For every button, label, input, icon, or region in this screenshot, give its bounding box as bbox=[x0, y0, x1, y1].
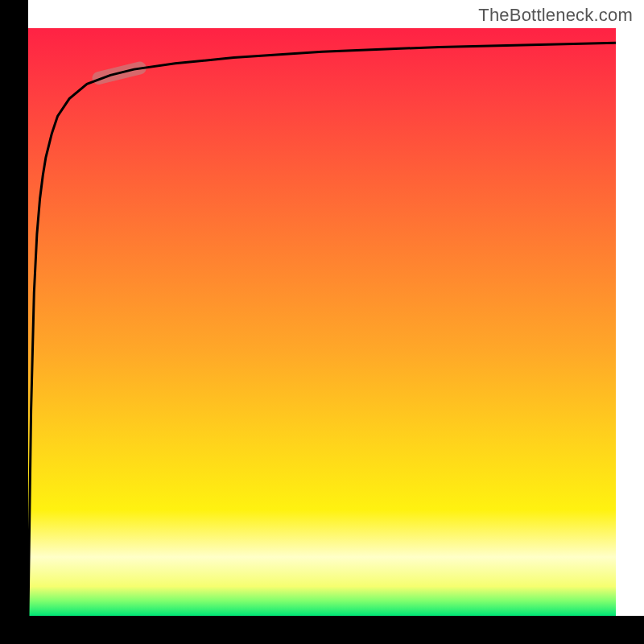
chart-container: TheBottleneck.com bbox=[0, 0, 644, 644]
axis-left-border bbox=[0, 0, 28, 644]
axis-bottom-border bbox=[0, 616, 644, 644]
plot-svg bbox=[28, 28, 616, 616]
bottleneck-curve bbox=[28, 43, 616, 616]
watermark-text: TheBottleneck.com bbox=[478, 5, 633, 26]
